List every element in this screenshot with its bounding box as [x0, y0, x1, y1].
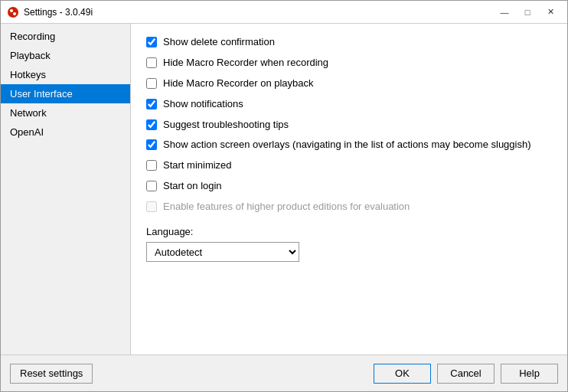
language-label: Language: — [146, 226, 552, 237]
content-area: Show delete confirmationHide Macro Recor… — [131, 24, 567, 354]
reset-settings-button[interactable]: Reset settings — [10, 364, 93, 384]
label-start-minimized: Start minimized — [163, 159, 232, 172]
svg-point-0 — [8, 7, 18, 18]
language-section: Language:AutodetectEnglishGermanFrenchSp… — [146, 226, 552, 262]
main-content: RecordingPlaybackHotkeysUser InterfaceNe… — [1, 24, 567, 354]
ok-button[interactable]: OK — [374, 364, 431, 384]
sidebar: RecordingPlaybackHotkeysUser InterfaceNe… — [1, 24, 131, 354]
checkbox-row-hide-macro-recorder-recording: Hide Macro Recorder when recording — [146, 57, 552, 70]
sidebar-item-user-interface[interactable]: User Interface — [1, 84, 130, 103]
label-show-notifications: Show notifications — [163, 98, 243, 111]
checkbox-row-hide-macro-recorder-playback: Hide Macro Recorder on playback — [146, 77, 552, 90]
app-icon — [7, 6, 19, 18]
checkbox-hide-macro-recorder-recording[interactable] — [146, 57, 157, 68]
sidebar-item-playback[interactable]: Playback — [1, 46, 130, 65]
sidebar-item-network[interactable]: Network — [1, 103, 130, 122]
svg-point-1 — [10, 9, 13, 12]
language-select[interactable]: AutodetectEnglishGermanFrenchSpanishChin… — [146, 242, 299, 262]
checkbox-enable-features — [146, 201, 157, 212]
window-title: Settings - 3.0.49i — [24, 7, 494, 18]
cancel-button[interactable]: Cancel — [437, 364, 495, 384]
label-start-on-login: Start on login — [163, 180, 222, 193]
checkbox-hide-macro-recorder-playback[interactable] — [146, 78, 157, 89]
checkbox-row-start-minimized: Start minimized — [146, 159, 552, 172]
window-controls: — □ ✕ — [494, 5, 561, 20]
footer: Reset settings OK Cancel Help — [1, 354, 567, 391]
svg-point-2 — [13, 12, 16, 15]
sidebar-item-recording[interactable]: Recording — [1, 27, 130, 46]
footer-left: Reset settings — [10, 364, 374, 384]
label-suggest-troubleshooting: Suggest troubleshooting tips — [163, 119, 289, 132]
checkbox-show-action-screen-overlays[interactable] — [146, 139, 157, 150]
maximize-button[interactable]: □ — [517, 5, 538, 20]
footer-right: OK Cancel Help — [374, 364, 558, 384]
checkbox-start-minimized[interactable] — [146, 160, 157, 171]
sidebar-item-hotkeys[interactable]: Hotkeys — [1, 65, 130, 84]
checkbox-row-suggest-troubleshooting: Suggest troubleshooting tips — [146, 119, 552, 132]
label-show-action-screen-overlays: Show action screen overlays (navigating … — [163, 139, 531, 152]
checkbox-row-show-notifications: Show notifications — [146, 98, 552, 111]
title-bar: Settings - 3.0.49i — □ ✕ — [1, 1, 567, 24]
label-hide-macro-recorder-playback: Hide Macro Recorder on playback — [163, 77, 314, 90]
checkbox-show-delete-confirmation[interactable] — [146, 37, 157, 47]
checkbox-row-show-action-screen-overlays: Show action screen overlays (navigating … — [146, 139, 552, 152]
help-button[interactable]: Help — [501, 364, 558, 384]
close-button[interactable]: ✕ — [540, 5, 561, 20]
label-enable-features: Enable features of higher product editio… — [163, 201, 410, 214]
label-show-delete-confirmation: Show delete confirmation — [163, 36, 275, 49]
checkbox-start-on-login[interactable] — [146, 181, 157, 191]
checkbox-suggest-troubleshooting[interactable] — [146, 119, 157, 130]
checkbox-show-notifications[interactable] — [146, 99, 157, 109]
checkbox-row-enable-features: Enable features of higher product editio… — [146, 201, 552, 214]
label-hide-macro-recorder-recording: Hide Macro Recorder when recording — [163, 57, 328, 70]
settings-window: Settings - 3.0.49i — □ ✕ RecordingPlayba… — [0, 0, 568, 392]
checkbox-row-start-on-login: Start on login — [146, 180, 552, 193]
minimize-button[interactable]: — — [494, 5, 515, 20]
sidebar-item-openai[interactable]: OpenAI — [1, 122, 130, 142]
checkbox-row-show-delete-confirmation: Show delete confirmation — [146, 36, 552, 49]
